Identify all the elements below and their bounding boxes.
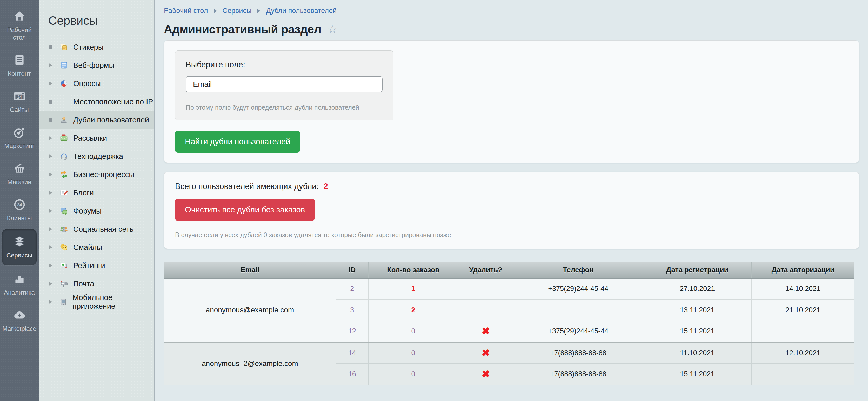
rail-item-label: Контент [8,70,31,77]
breadcrumb-separator-icon [214,8,217,13]
support-headset-icon [58,152,70,161]
table-row: anonymous_2@example.com140✖+7(888)888-88… [164,342,855,364]
registration-date-cell: 27.10.2021 [643,278,751,299]
sidebar-item-forums[interactable]: Форумы [39,202,154,220]
id-cell[interactable]: 3 [336,299,368,321]
sidebar-item-geoip[interactable]: Местоположение по IP [39,93,154,111]
delete-cross-icon[interactable]: ✖ [482,347,490,359]
expand-arrow-icon[interactable] [49,227,52,231]
orders-count-cell: 0 [368,321,458,342]
id-cell[interactable]: 2 [336,278,368,299]
total-duplicates-label: Всего пользователей имеющих дубли: [175,182,319,191]
rail-item-sites[interactable]: 24Сайты [0,84,39,120]
expand-arrow-icon[interactable] [49,300,52,304]
rail-item-label: Магазин [7,178,31,186]
clear-duplicates-button[interactable]: Очистить все дубли без заказов [175,199,315,221]
blog-icon [58,188,70,197]
clients-24-icon: 24 [13,198,26,211]
sidebar-item-polls[interactable]: Опросы [39,75,154,93]
analytics-bars-icon [13,273,26,286]
rail-item-label: Сервисы [6,252,32,259]
rail-item-desktop[interactable]: Рабочий стол [0,4,39,47]
svg-text:24: 24 [17,202,22,207]
favorite-star-icon[interactable]: ☆ [328,24,337,35]
registration-date-cell: 15.11.2021 [643,321,751,342]
sidebar-item-webforms[interactable]: Веб-формы [39,56,154,75]
sidebar-item-mail[interactable]: Почта [39,275,154,293]
poll-pie-icon [58,79,70,88]
expand-arrow-icon[interactable] [49,263,52,267]
delete-cell [458,278,514,299]
expand-arrow-icon[interactable] [49,63,52,67]
expand-arrow-icon[interactable] [49,191,52,195]
expand-arrow-icon[interactable] [49,136,52,140]
column-header: Дата авторизации [751,262,854,278]
duplicate-group: anonymous@example.com21+375(29)244-45-44… [164,278,855,342]
business-process-icon [58,170,70,179]
social-network-icon [58,224,70,234]
rail-item-marketing[interactable]: Маркетинг [0,120,39,156]
delete-cross-icon[interactable]: ✖ [482,369,490,379]
breadcrumb-link-2[interactable]: Сервисы [223,7,252,15]
expand-arrow-icon[interactable] [49,81,52,86]
field-select-input[interactable] [186,76,382,92]
rail-item-analytics[interactable]: Аналитика [0,266,39,303]
expand-arrow-icon[interactable] [49,154,52,159]
sidebar-item-duplicates[interactable]: Дубли пользователей [39,111,154,129]
authorization-date-cell: 14.10.2021 [751,278,854,299]
expand-arrow-icon[interactable] [49,245,52,249]
sidebar-item-support[interactable]: Техподдержка [39,147,154,165]
rail-item-label: Клиенты [7,214,32,222]
id-cell[interactable]: 14 [336,342,368,364]
breadcrumb-link-3[interactable]: Дубли пользователей [266,7,337,15]
column-header: Удалить? [458,262,514,278]
expand-arrow-icon[interactable] [49,172,52,177]
rail-item-store[interactable]: Магазин [0,156,39,192]
marketplace-cloud-icon [13,309,26,322]
sidebar-item-ratings[interactable]: Рейтинги [39,256,154,275]
rail-item-clients[interactable]: 24Клиенты [0,192,39,228]
sidebar-item-blogs[interactable]: Блоги [39,183,154,202]
sidebar-item-label: Форумы [73,207,101,215]
expand-arrow-icon[interactable] [49,209,52,213]
column-header: ID [336,262,368,278]
sidebar-item-mailings[interactable]: Рассылки [39,129,154,147]
mailing-icon [58,134,70,143]
services-layers-icon [13,235,26,248]
table-row: anonymous@example.com21+375(29)244-45-44… [164,278,855,299]
sidebar-item-label: Техподдержка [73,152,123,161]
registration-date-cell: 11.10.2021 [643,342,751,364]
sidebar-item-label: Стикеры [73,43,104,52]
duplicates-table: EmailIDКол-во заказовУдалить?ТелефонДата… [164,262,855,385]
orders-count-cell: 1 [368,278,458,299]
phone-cell [513,299,643,321]
email-cell: anonymous_2@example.com [164,342,336,385]
sidebar-item-smiles[interactable]: Смайлы [39,238,154,256]
mobile-app-icon [58,297,69,307]
rating-icon [58,261,70,270]
delete-cell[interactable]: ✖ [458,342,514,364]
sites-24-icon: 24 [13,90,26,103]
sidebar-item-bizproc[interactable]: Бизнес-процессы [39,165,154,183]
rail-item-services[interactable]: Сервисы [2,229,37,265]
delete-cell[interactable]: ✖ [458,321,514,342]
breadcrumb-link-1[interactable]: Рабочий стол [164,7,208,15]
square-bullet-icon [49,118,53,122]
rail-item-marketplace[interactable]: Marketplace [0,303,39,339]
id-cell[interactable]: 12 [336,321,368,342]
rail-item-content[interactable]: Контент [0,47,39,84]
expand-arrow-icon[interactable] [49,282,52,286]
services-menu-list: СтикерыВеб-формыОпросыМестоположение по … [39,38,154,311]
filter-panel: Выберите поле: По этому полю будут опред… [164,40,859,163]
column-header: Телефон [513,262,643,278]
desktop-house-icon [13,10,26,23]
sidebar-item-social[interactable]: Социальная сеть [39,220,154,238]
id-cell[interactable]: 16 [336,364,368,385]
sidebar-item-stickers[interactable]: Стикеры [39,38,154,56]
sticky-notes-icon [58,42,70,52]
delete-cell[interactable]: ✖ [458,364,514,385]
delete-cross-icon[interactable]: ✖ [482,325,490,337]
find-duplicates-button[interactable]: Найти дубли пользователей [175,131,300,153]
page-title: Административный раздел [164,23,321,36]
sidebar-item-mobileapp[interactable]: Мобильное приложение [39,293,154,311]
